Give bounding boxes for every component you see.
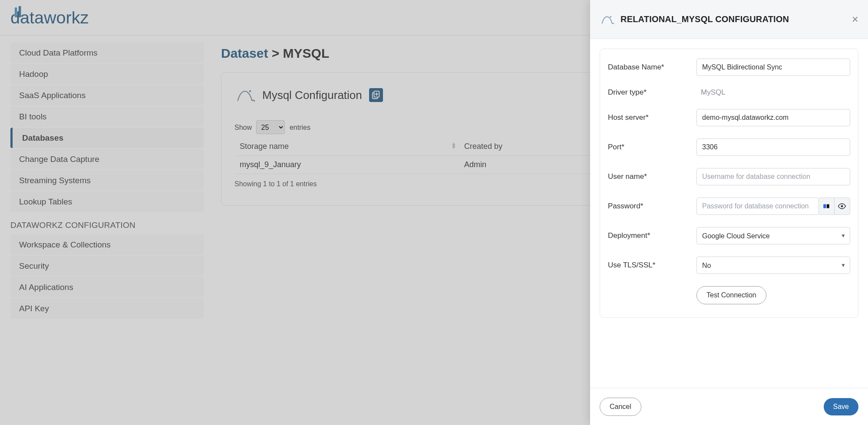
- svg-rect-6: [827, 204, 829, 208]
- label-use-tls: Use TLS/SSL*: [608, 261, 696, 270]
- eye-icon: [838, 202, 846, 211]
- label-deployment: Deployment*: [608, 231, 696, 240]
- drawer-footer: Cancel Save: [590, 388, 868, 425]
- label-driver-type: Driver type*: [608, 88, 696, 97]
- row-deployment: Deployment* Google Cloud Service ▼: [608, 227, 850, 244]
- drawer-header: RELATIONAL_MYSQL CONFIGURATION ×: [590, 0, 868, 39]
- mysql-config-drawer: RELATIONAL_MYSQL CONFIGURATION × Databas…: [590, 0, 868, 425]
- label-host-server: Host server*: [608, 113, 696, 122]
- close-button[interactable]: ×: [852, 13, 858, 26]
- row-host-server: Host server*: [608, 109, 850, 126]
- drawer-title: RELATIONAL_MYSQL CONFIGURATION: [620, 14, 789, 24]
- svg-point-7: [841, 205, 843, 208]
- host-server-input[interactable]: [696, 109, 850, 126]
- use-tls-select[interactable]: No Yes: [696, 257, 850, 274]
- row-user-name: User name*: [608, 168, 850, 185]
- svg-point-4: [610, 16, 611, 17]
- row-test-connection: Test Connection: [608, 286, 850, 304]
- password-visibility-toggle[interactable]: [835, 198, 850, 215]
- password-input[interactable]: [696, 198, 819, 215]
- password-vault-button[interactable]: [819, 198, 835, 215]
- svg-rect-5: [824, 204, 826, 208]
- key-vault-icon: [822, 202, 830, 210]
- label-password: Password*: [608, 202, 696, 211]
- mysql-icon: [600, 12, 614, 27]
- save-button[interactable]: Save: [824, 398, 858, 415]
- label-port: Port*: [608, 143, 696, 152]
- drawer-body: Database Name* Driver type* MySQL Host s…: [590, 39, 868, 388]
- row-use-tls: Use TLS/SSL* No Yes ▼: [608, 257, 850, 274]
- user-name-input[interactable]: [696, 168, 850, 185]
- row-driver-type: Driver type* MySQL: [608, 88, 850, 97]
- test-connection-button[interactable]: Test Connection: [696, 286, 766, 304]
- row-database-name: Database Name*: [608, 59, 850, 76]
- database-name-input[interactable]: [696, 59, 850, 76]
- modal-overlay[interactable]: RELATIONAL_MYSQL CONFIGURATION × Databas…: [0, 0, 868, 425]
- label-user-name: User name*: [608, 172, 696, 181]
- port-input[interactable]: [696, 138, 850, 156]
- driver-type-value: MySQL: [696, 88, 726, 96]
- row-port: Port*: [608, 138, 850, 156]
- deployment-select[interactable]: Google Cloud Service: [696, 227, 850, 244]
- close-icon: ×: [852, 13, 858, 26]
- label-database-name: Database Name*: [608, 63, 696, 72]
- row-password: Password*: [608, 198, 850, 215]
- form-card: Database Name* Driver type* MySQL Host s…: [600, 49, 858, 318]
- cancel-button[interactable]: Cancel: [600, 398, 641, 416]
